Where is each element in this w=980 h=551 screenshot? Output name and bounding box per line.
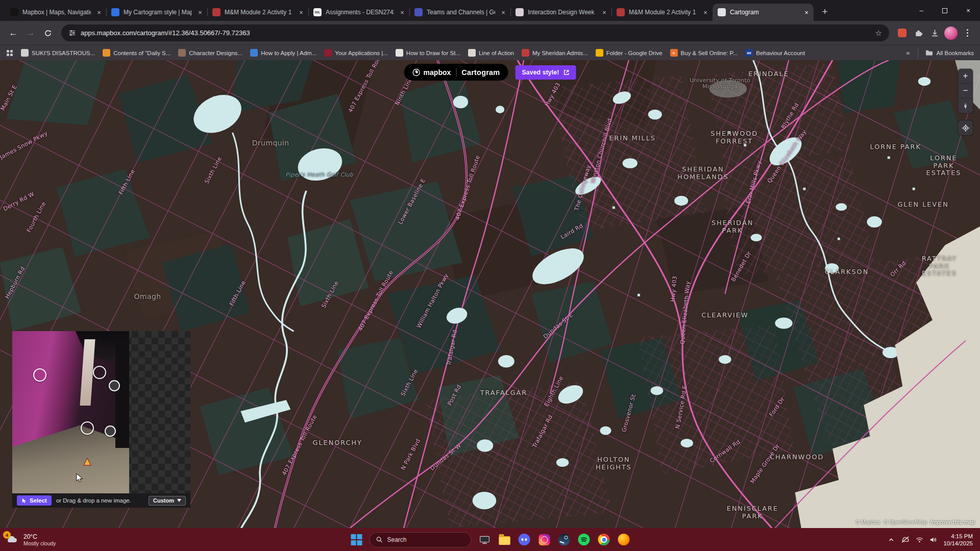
tab-strip: Mapbox | Maps, Navigatio...×My Cartogram…: [0, 0, 980, 21]
bookmark-item[interactable]: Your Applications |...: [324, 49, 388, 57]
color-sample-point[interactable]: [93, 366, 106, 379]
tab-close-icon[interactable]: ×: [701, 8, 709, 16]
browser-tab[interactable]: M&M Module 2 Activity 1 ...×: [207, 4, 308, 21]
spotify-icon[interactable]: [577, 533, 591, 546]
instagram-icon[interactable]: [537, 533, 551, 546]
bookmark-item[interactable]: Character Designs...: [178, 49, 242, 57]
reload-button[interactable]: [40, 25, 56, 41]
mapbox-logo: mapbox: [412, 68, 451, 77]
firefox-glyph: [618, 534, 630, 545]
bookmark-item[interactable]: Contents of "Daily S...: [103, 49, 170, 57]
color-sample-point[interactable]: [33, 368, 46, 382]
image-dropzone[interactable]: [12, 331, 190, 493]
instagram-glyph: [538, 534, 550, 545]
system-tray: 4:15 PM 10/14/2025: [888, 533, 980, 547]
tab-close-icon[interactable]: ×: [297, 8, 305, 16]
chrome-icon[interactable]: [597, 533, 611, 546]
url-text[interactable]: apps.mapbox.com/cartogram/#12.36/43.5066…: [81, 29, 871, 37]
back-button[interactable]: ←: [5, 25, 21, 41]
color-sample-point[interactable]: [109, 380, 120, 391]
browser-tab[interactable]: Cartogram×: [713, 4, 814, 21]
bookmark-item[interactable]: BEBehaviour Account: [745, 49, 805, 57]
volume-icon[interactable]: [929, 537, 937, 543]
apps-grid-icon[interactable]: [6, 49, 13, 57]
steam-icon[interactable]: [557, 533, 571, 546]
tab-title: M&M Module 2 Activity 1 ...: [629, 9, 697, 16]
bookmark-item[interactable]: My Sheridan Admis...: [522, 49, 588, 57]
tab-close-icon[interactable]: ×: [802, 8, 811, 16]
minimize-button[interactable]: –: [910, 0, 933, 21]
maximize-icon: [942, 8, 947, 13]
browser-tab[interactable]: M&M Module 2 Activity 1 ...×: [611, 4, 713, 21]
bookmark-item[interactable]: How to Draw for St...: [396, 49, 460, 57]
tab-close-icon[interactable]: ×: [499, 8, 507, 16]
adblock-extension-icon[interactable]: [894, 26, 910, 41]
tab-close-icon[interactable]: ×: [600, 8, 608, 16]
weather-widget[interactable]: 4 20°C Mostly cloudy: [0, 533, 56, 546]
taskbar-clock[interactable]: 4:15 PM 10/14/2025: [943, 533, 973, 547]
bookmark-item[interactable]: SUKI'S DISASTROUS...: [21, 49, 95, 57]
search-placeholder: Search: [387, 536, 407, 543]
tray-overflow-chevron[interactable]: [888, 536, 895, 543]
profile-avatar[interactable]: [943, 26, 959, 41]
improve-map-link[interactable]: Improve this map: [930, 519, 975, 525]
custom-dropdown[interactable]: Custom: [149, 496, 186, 506]
site-settings-icon[interactable]: [68, 29, 76, 37]
custom-label: Custom: [153, 497, 174, 504]
cartogram-wordmark: Cartogram: [461, 68, 500, 77]
color-sample-point[interactable]: [81, 421, 94, 435]
map-canvas[interactable]: DrumquinOmaghPiper's Heath Golf ClubUniv…: [0, 60, 980, 528]
maximize-button[interactable]: [933, 0, 957, 21]
chevron-down-icon: [177, 499, 181, 502]
browser-tab[interactable]: D2LAssignments - DESN2742...×: [308, 4, 409, 21]
all-bookmarks-label: All Bookmarks: [937, 50, 974, 56]
start-button[interactable]: [350, 533, 363, 546]
monitor-icon[interactable]: [478, 533, 492, 546]
tab-close-icon[interactable]: ×: [95, 8, 103, 16]
tab-title: My Cartogram style | Map...: [124, 9, 192, 16]
tab-close-icon[interactable]: ×: [196, 8, 204, 16]
browser-tab[interactable]: Mapbox | Maps, Navigatio...×: [5, 4, 106, 21]
map-controls: + −: [958, 69, 973, 113]
extensions-puzzle-icon[interactable]: [911, 26, 926, 41]
zoom-in-button[interactable]: +: [958, 69, 973, 84]
saved-style-button[interactable]: Saved style!: [515, 65, 576, 80]
tab-title: Interaction Design Week (...: [528, 9, 596, 16]
bookmark-item[interactable]: How to Apply | Adm...: [250, 49, 316, 57]
bookmark-label: Behaviour Account: [756, 50, 805, 56]
geolocate-button[interactable]: [958, 120, 973, 135]
bookmark-item[interactable]: Folder - Google Drive: [596, 49, 663, 57]
tab-close-icon[interactable]: ×: [398, 8, 406, 16]
osm-attribution-link[interactable]: © OpenStreetMap: [884, 519, 927, 525]
discord-icon[interactable]: [518, 533, 531, 546]
taskbar-search[interactable]: Search: [370, 532, 472, 547]
address-bar[interactable]: apps.mapbox.com/cartogram/#12.36/43.5066…: [61, 24, 889, 41]
select-image-button[interactable]: Select: [17, 495, 52, 506]
color-sample-point[interactable]: [105, 425, 116, 437]
firefox-icon[interactable]: [617, 533, 631, 546]
bookmark-item[interactable]: GBuy & Sell Online: P...: [670, 49, 738, 57]
downloads-button[interactable]: [927, 26, 942, 41]
bookmark-star-icon[interactable]: ☆: [875, 29, 882, 38]
tab-favicon: [111, 8, 119, 16]
browser-tab[interactable]: Teams and Channels | Ge...×: [409, 4, 510, 21]
forward-button[interactable]: →: [22, 25, 39, 41]
zoom-out-button[interactable]: −: [958, 84, 973, 98]
spotify-glyph: [578, 534, 590, 545]
close-window-button[interactable]: ×: [957, 0, 980, 21]
browser-menu-button[interactable]: [960, 26, 975, 41]
onedrive-paused-icon[interactable]: [901, 536, 910, 543]
bookmarks-overflow-icon[interactable]: »: [906, 49, 910, 57]
bookmark-item[interactable]: Line of Action: [468, 49, 514, 57]
file-explorer-icon[interactable]: [498, 533, 511, 546]
bookmark-label: SUKI'S DISASTROUS...: [32, 50, 95, 56]
browser-tab[interactable]: Interaction Design Week (...×: [510, 4, 611, 21]
mapbox-cartogram-badge[interactable]: mapbox Cartogram: [404, 64, 508, 81]
taskbar: 4 20°C Mostly cloudy Search: [0, 528, 980, 551]
mapbox-attribution-link[interactable]: © Mapbox: [855, 519, 880, 525]
all-bookmarks-button[interactable]: All Bookmarks: [918, 48, 974, 58]
new-tab-button[interactable]: +: [818, 4, 832, 18]
browser-tab[interactable]: My Cartogram style | Map...×: [106, 4, 207, 21]
wifi-icon[interactable]: [916, 537, 923, 543]
compass-button[interactable]: [958, 98, 973, 113]
